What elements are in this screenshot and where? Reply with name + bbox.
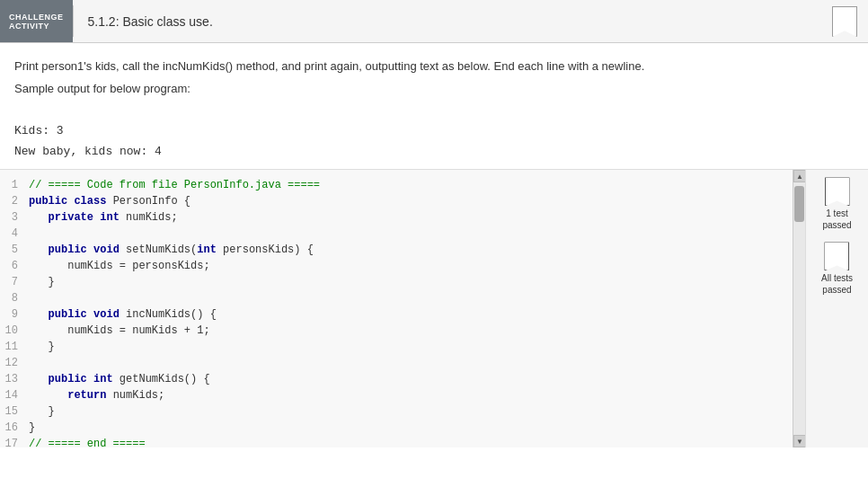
line-number: 10 [0,323,29,339]
code-line: 1// ===== Code from file PersonInfo.java… [0,177,793,193]
line-number: 5 [0,242,29,258]
line-content: private int numKids; [29,209,178,226]
line-content: // ===== end ===== [29,436,146,447]
test1-badge-icon [825,177,850,206]
header-title: 5.1.2: Basic class use. [74,0,822,42]
code-line: 3 private int numKids; [0,209,793,226]
code-line: 17// ===== end ===== [0,436,793,447]
output-line2: New baby, kids now: 4 [14,141,868,162]
scrollbar-thumb[interactable] [794,186,804,222]
code-line: 11 } [0,339,793,355]
challenge-line2: ACTIVITY [9,22,49,31]
bookmark-shape [832,6,857,37]
test1-badge: 1 testpassed [822,177,851,231]
description-area: Print person1's kids, call the incNumKid… [0,43,868,110]
line-number: 14 [0,387,29,403]
line-number: 9 [0,306,29,323]
code-section: 1// ===== Code from file PersonInfo.java… [0,169,868,447]
line-content: public class PersonInfo { [29,193,190,209]
line-number: 11 [0,339,29,355]
test2-badge: All testspassed [821,242,853,296]
code-line: 8 [0,290,793,306]
line-content: public int getNumKids() { [29,371,210,387]
code-line: 2public class PersonInfo { [0,193,793,209]
line-content: numKids = numKids + 1; [29,323,210,339]
line-number: 7 [0,274,29,290]
test2-badge-icon [824,242,849,270]
line-number: 4 [0,226,29,242]
code-line: 12 [0,355,793,371]
line-number: 13 [0,371,29,387]
line-number: 15 [0,403,29,420]
code-line: 16} [0,420,793,436]
line-content: } [29,339,55,355]
sample-output: Kids: 3 New baby, kids now: 4 [14,120,868,163]
code-line: 13 public int getNumKids() { [0,371,793,387]
line-number: 2 [0,193,29,209]
line-number: 1 [0,177,29,193]
line-content: numKids = personsKids; [29,258,210,274]
sample-label: Sample output for below program: [14,80,854,99]
line-content: public void incNumKids() { [29,306,217,323]
scroll-down-btn[interactable]: ▼ [793,435,806,447]
description-text: Print person1's kids, call the incNumKid… [14,58,854,76]
line-content: } [29,274,55,290]
line-number: 6 [0,258,29,274]
code-line: 9 public void incNumKids() { [0,306,793,323]
test-panel: 1 testpassed All testspassed [805,170,868,447]
code-line: 7 } [0,274,793,290]
code-line: 10 numKids = numKids + 1; [0,323,793,339]
line-number: 8 [0,290,29,306]
bookmark-icon[interactable] [830,5,859,38]
code-line: 4 [0,226,793,242]
line-content: } [29,403,55,420]
line-content: return numKids; [29,387,164,403]
line-number: 17 [0,436,29,447]
line-content: // ===== Code from file PersonInfo.java … [29,177,320,193]
line-number: 3 [0,209,29,226]
scrollbar[interactable]: ▲ ▼ [793,170,805,447]
output-line1: Kids: 3 [14,120,868,141]
line-number: 12 [0,355,29,371]
code-editor[interactable]: 1// ===== Code from file PersonInfo.java… [0,170,793,447]
test1-label: 1 testpassed [822,208,851,231]
header: CHALLENGE ACTIVITY 5.1.2: Basic class us… [0,0,868,43]
line-number: 16 [0,420,29,436]
code-line: 6 numKids = personsKids; [0,258,793,274]
scrollbar-track[interactable] [793,182,805,435]
code-line: 14 return numKids; [0,387,793,403]
code-line: 15 } [0,403,793,420]
code-line: 5 public void setNumKids(int personsKids… [0,242,793,258]
line-content: } [29,420,35,436]
challenge-line1: CHALLENGE [9,13,64,22]
line-content: public void setNumKids(int personsKids) … [29,242,314,258]
scroll-up-btn[interactable]: ▲ [793,170,806,182]
challenge-activity-label: CHALLENGE ACTIVITY [0,0,73,42]
test2-label: All testspassed [821,272,853,296]
